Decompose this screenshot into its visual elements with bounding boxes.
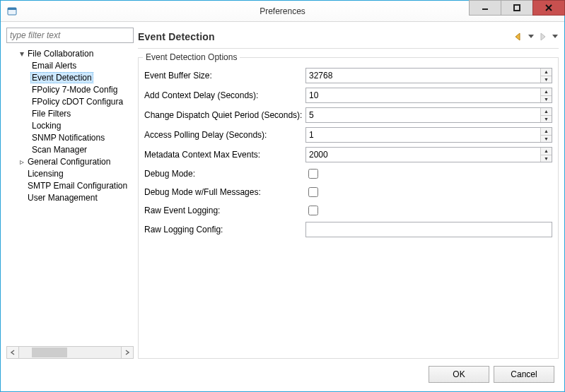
spin-value[interactable]: [306, 148, 540, 162]
debug-mode-checkbox[interactable]: [308, 169, 318, 179]
spin-value[interactable]: [306, 88, 540, 102]
form-row-event-buffer-size: Event Buffer Size:▲▼: [144, 68, 552, 83]
form-label: Change Dispatch Quiet Period (Seconds):: [144, 110, 305, 120]
tree-item[interactable]: FPolicy 7-Mode Config: [6, 83, 134, 95]
change-dispatch-input[interactable]: ▲▼: [305, 107, 552, 123]
form-row-access-polling: Access Polling Delay (Seconds):▲▼: [144, 127, 552, 143]
spin-up-button[interactable]: ▲: [541, 88, 552, 95]
spin-buttons: ▲▼: [540, 148, 552, 162]
nav-forward-button[interactable]: [536, 30, 550, 43]
tree-item-label: SMTP Email Configuration: [26, 181, 129, 191]
spin-up-button[interactable]: ▲: [541, 69, 552, 76]
tree-item[interactable]: Locking: [6, 119, 134, 131]
tree-item-label: FPolicy 7-Mode Config: [30, 85, 119, 95]
preferences-window: Preferences ▾File CollaborationEmail Ale…: [0, 0, 565, 392]
metadata-max-input[interactable]: ▲▼: [305, 147, 552, 162]
tree-item-label: Locking: [30, 121, 62, 131]
tree-item[interactable]: Scan Manager: [6, 143, 134, 155]
tree-item-label: Scan Manager: [30, 145, 88, 155]
event-buffer-size-input[interactable]: ▲▼: [305, 68, 552, 83]
maximize-button[interactable]: [501, 0, 533, 16]
spin-up-button[interactable]: ▲: [541, 128, 552, 135]
tree-item[interactable]: FPolicy cDOT Configura: [6, 95, 134, 107]
form-row-change-dispatch: Change Dispatch Quiet Period (Seconds):▲…: [144, 107, 552, 123]
spin-down-button[interactable]: ▼: [541, 155, 552, 162]
svg-rect-1: [8, 8, 16, 10]
spin-up-button[interactable]: ▲: [541, 148, 552, 155]
spin-buttons: ▲▼: [540, 108, 552, 122]
debug-full-checkbox[interactable]: [308, 187, 318, 197]
tree-item-label: Licensing: [26, 169, 65, 179]
minimize-button[interactable]: [469, 0, 501, 16]
add-context-delay-input[interactable]: ▲▼: [305, 88, 552, 103]
tree-item[interactable]: User Management: [6, 191, 134, 203]
spin-up-button[interactable]: ▲: [541, 108, 552, 115]
tree-item[interactable]: Licensing: [6, 167, 134, 179]
filter-input[interactable]: [6, 28, 134, 43]
scroll-thumb[interactable]: [32, 348, 67, 357]
scroll-right-button[interactable]: [121, 346, 134, 359]
form-row-metadata-max: Metadata Context Max Events:▲▼: [144, 147, 552, 162]
nav-back-button[interactable]: [512, 30, 526, 43]
main-split: ▾File CollaborationEmail AlertsEvent Det…: [6, 28, 559, 359]
event-detection-group: Event Detection Options Event Buffer Siz…: [138, 57, 559, 359]
tree-item-label: File Filters: [30, 109, 72, 119]
form-row-raw-event-logging: Raw Event Logging:: [144, 203, 552, 218]
spin-down-button[interactable]: ▼: [541, 76, 552, 83]
tree-item-label: Event Detection: [30, 72, 93, 83]
tree-item-label: General Configuration: [26, 157, 112, 167]
form-row-add-context-delay: Add Context Delay (Seconds):▲▼: [144, 88, 552, 103]
tree: ▾File CollaborationEmail AlertsEvent Det…: [6, 46, 134, 346]
app-icon: [6, 6, 18, 17]
spin-down-button[interactable]: ▼: [541, 95, 552, 103]
left-pane: ▾File CollaborationEmail AlertsEvent Det…: [6, 28, 134, 359]
dialog-buttons: OK Cancel: [6, 359, 559, 386]
tree-expander-icon[interactable]: ▹: [18, 157, 26, 167]
nav-back-menu[interactable]: [528, 35, 535, 39]
spin-buttons: ▲▼: [540, 128, 552, 142]
svg-rect-3: [514, 5, 520, 11]
form-label: Add Context Delay (Seconds):: [144, 90, 305, 100]
close-button[interactable]: [532, 0, 565, 16]
nav-arrows: [512, 30, 559, 43]
spin-down-button[interactable]: ▼: [541, 135, 552, 143]
tree-item[interactable]: File Filters: [6, 107, 134, 119]
form-row-debug-full: Debug Mode w/Full Messages:: [144, 185, 552, 199]
group-title: Event Detection Options: [143, 52, 240, 62]
tree-item-label: FPolicy cDOT Configura: [30, 97, 124, 107]
cancel-button[interactable]: Cancel: [494, 366, 554, 383]
raw-event-logging-checkbox[interactable]: [308, 206, 318, 215]
form-label: Debug Mode w/Full Messages:: [144, 187, 305, 197]
content: ▾File CollaborationEmail AlertsEvent Det…: [1, 22, 564, 391]
tree-expander-icon[interactable]: ▾: [18, 49, 26, 59]
form-label: Debug Mode:: [144, 169, 305, 179]
raw-logging-config-input[interactable]: [305, 222, 552, 237]
form-label: Event Buffer Size:: [144, 71, 305, 81]
tree-hscrollbar[interactable]: [6, 346, 134, 359]
spin-value[interactable]: [306, 108, 540, 122]
nav-forward-menu[interactable]: [552, 35, 559, 39]
form-label: Metadata Context Max Events:: [144, 150, 305, 160]
scroll-left-button[interactable]: [6, 346, 19, 359]
ok-button[interactable]: OK: [429, 366, 489, 383]
tree-item[interactable]: SMTP Email Configuration: [6, 179, 134, 191]
form-label: Raw Event Logging:: [144, 206, 305, 215]
tree-item-label: Email Alerts: [30, 61, 78, 71]
scroll-track[interactable]: [19, 346, 121, 359]
tree-item[interactable]: SNMP Notifications: [6, 131, 134, 143]
tree-item[interactable]: ▾File Collaboration: [6, 47, 134, 59]
page-title: Event Detection: [138, 31, 215, 42]
spin-value[interactable]: [306, 128, 540, 142]
tree-item-label: User Management: [26, 193, 99, 203]
page-header: Event Detection: [138, 28, 559, 49]
form-label: Access Polling Delay (Seconds):: [144, 130, 305, 140]
tree-item[interactable]: Email Alerts: [6, 59, 134, 71]
titlebar: Preferences: [1, 1, 564, 22]
tree-item[interactable]: Event Detection: [6, 71, 134, 83]
window-controls: [469, 1, 564, 21]
spin-down-button[interactable]: ▼: [541, 115, 552, 123]
tree-item[interactable]: ▹General Configuration: [6, 155, 134, 167]
form-label: Raw Logging Config:: [144, 225, 305, 234]
spin-value[interactable]: [306, 69, 540, 83]
access-polling-input[interactable]: ▲▼: [305, 127, 552, 143]
